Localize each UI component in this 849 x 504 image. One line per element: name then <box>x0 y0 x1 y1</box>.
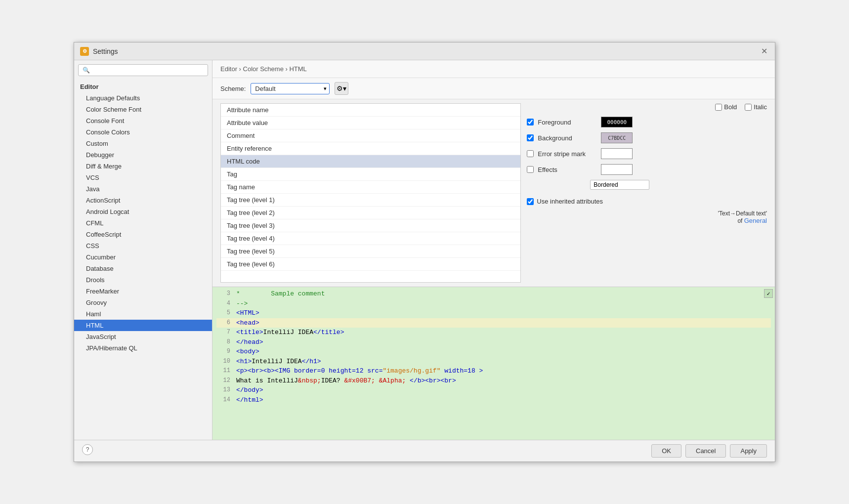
background-swatch[interactable]: C7BDCC <box>601 132 633 143</box>
foreground-row: Foreground 000000 <box>527 116 767 128</box>
foreground-checkbox[interactable] <box>527 119 534 126</box>
preview-collapse-button[interactable]: ✓ <box>764 289 773 298</box>
cancel-button[interactable]: Cancel <box>685 444 726 458</box>
code-line-7: 7 <title>IntelliJ IDEA</title> <box>216 328 771 337</box>
ok-button[interactable]: OK <box>651 444 681 458</box>
sidebar-item-console-font[interactable]: Console Font <box>74 115 212 126</box>
code-line-12: 12 What is IntelliJ&nbsp;IDEA? &#x00B7; … <box>216 376 771 386</box>
close-button[interactable]: ✕ <box>759 46 769 56</box>
token-html-code[interactable]: HTML code <box>221 155 520 168</box>
sidebar-item-html[interactable]: HTML <box>74 320 212 331</box>
title-bar: ⚙ Settings ✕ <box>74 42 775 60</box>
settings-dialog: ⚙ Settings ✕ Editor Language Defaults Co… <box>74 42 775 462</box>
text-info-line2: of <box>737 217 742 224</box>
code-line-3: 3 * Sample comment <box>216 289 771 299</box>
effects-label: Effects <box>538 166 597 173</box>
code-line-8: 8 </head> <box>216 337 771 347</box>
code-line-10: 10 <h1>IntelliJ IDEA</h1> <box>216 357 771 367</box>
sidebar-item-haml[interactable]: Haml <box>74 308 212 320</box>
code-line-5: 5 <HTML> <box>216 308 771 318</box>
italic-checkbox[interactable] <box>745 104 752 111</box>
background-checkbox[interactable] <box>527 134 534 141</box>
code-line-11: 11 <p><br><b><IMG border=0 height=12 src… <box>216 366 771 376</box>
dialog-footer: ? OK Cancel Apply <box>74 440 775 462</box>
gear-button[interactable]: ⚙▾ <box>335 82 348 95</box>
main-content: Editor › Color Scheme › HTML Scheme: Def… <box>212 60 775 440</box>
effects-checkbox[interactable] <box>527 166 534 173</box>
sidebar-item-language-defaults[interactable]: Language Defaults <box>74 92 212 104</box>
foreground-label: Foreground <box>538 119 597 126</box>
general-link[interactable]: General <box>744 217 767 224</box>
sidebar-item-custom[interactable]: Custom <box>74 138 212 149</box>
foreground-color-text: 000000 <box>607 119 627 126</box>
text-info-line1: 'Text→Default text' <box>718 210 767 217</box>
foreground-swatch[interactable]: 000000 <box>601 117 633 127</box>
sidebar-item-coffeescript[interactable]: CoffeeScript <box>74 229 212 240</box>
sidebar: Editor Language Defaults Color Scheme Fo… <box>74 60 212 440</box>
dialog-title: Settings <box>93 47 118 55</box>
sidebar-item-actionscript[interactable]: ActionScript <box>74 195 212 206</box>
effects-row: Effects <box>527 163 767 176</box>
title-bar-left: ⚙ Settings <box>80 47 118 56</box>
sidebar-root-label: Editor <box>74 80 212 92</box>
code-line-4: 4 --> <box>216 299 771 309</box>
settings-icon: ⚙ <box>80 47 89 56</box>
italic-label: Italic <box>754 103 767 111</box>
sidebar-item-drools[interactable]: Drools <box>74 274 212 286</box>
help-button[interactable]: ? <box>82 444 93 455</box>
code-line-14: 14 </html> <box>216 395 771 405</box>
sidebar-item-groovy[interactable]: Groovy <box>74 297 212 308</box>
sidebar-item-console-colors[interactable]: Console Colors <box>74 126 212 138</box>
token-tag-tree-3[interactable]: Tag tree (level 3) <box>221 219 520 232</box>
sidebar-item-vcs[interactable]: VCS <box>74 172 212 183</box>
sidebar-item-database[interactable]: Database <box>74 263 212 274</box>
properties-panel: Bold Italic Foreground 000000 <box>527 103 767 283</box>
inherited-checkbox[interactable] <box>527 198 534 205</box>
effects-swatch[interactable] <box>601 164 633 175</box>
text-info: 'Text→Default text' of General <box>527 210 767 224</box>
token-tag-tree-4[interactable]: Tag tree (level 4) <box>221 232 520 245</box>
token-entity-reference[interactable]: Entity reference <box>221 142 520 155</box>
inherited-label: Use inherited attributes <box>537 198 603 205</box>
sidebar-item-color-scheme-font[interactable]: Color Scheme Font <box>74 104 212 115</box>
error-stripe-swatch[interactable] <box>601 148 633 159</box>
token-tag[interactable]: Tag <box>221 168 520 181</box>
sidebar-item-freemarker[interactable]: FreeMarker <box>74 286 212 297</box>
sidebar-item-debugger[interactable]: Debugger <box>74 149 212 161</box>
token-list-panel: Attribute name Attribute value Comment E… <box>220 103 521 283</box>
scheme-select[interactable]: Default Darcula High contrast <box>251 83 330 94</box>
token-tag-tree-2[interactable]: Tag tree (level 2) <box>221 207 520 219</box>
editor-area: Attribute name Attribute value Comment E… <box>212 99 775 287</box>
token-tag-name[interactable]: Tag name <box>221 181 520 194</box>
sidebar-item-cucumber[interactable]: Cucumber <box>74 252 212 263</box>
bold-italic-row: Bold Italic <box>527 103 767 111</box>
token-comment[interactable]: Comment <box>221 129 520 142</box>
dialog-body: Editor Language Defaults Color Scheme Fo… <box>74 60 775 440</box>
sidebar-item-java[interactable]: Java <box>74 183 212 195</box>
token-attribute-name[interactable]: Attribute name <box>221 104 520 117</box>
code-line-9: 9 <body> <box>216 347 771 357</box>
error-stripe-checkbox[interactable] <box>527 150 534 157</box>
scheme-row: Scheme: Default Darcula High contrast ⚙▾ <box>212 78 775 99</box>
sidebar-item-javascript[interactable]: JavaScript <box>74 331 212 342</box>
token-attribute-value[interactable]: Attribute value <box>221 117 520 129</box>
sidebar-item-android-logcat[interactable]: Android Logcat <box>74 206 212 217</box>
error-stripe-label: Error stripe mark <box>538 150 597 158</box>
sidebar-item-diff-merge[interactable]: Diff & Merge <box>74 161 212 172</box>
italic-item: Italic <box>745 103 767 111</box>
sidebar-item-cfml[interactable]: CFML <box>74 217 212 229</box>
bold-label: Bold <box>724 103 737 111</box>
background-color-text: C7BDCC <box>608 135 626 141</box>
breadcrumb: Editor › Color Scheme › HTML <box>212 60 775 78</box>
token-tag-tree-1[interactable]: Tag tree (level 1) <box>221 194 520 207</box>
code-line-6: 6 <head> <box>216 318 771 328</box>
apply-button[interactable]: Apply <box>730 444 767 458</box>
search-input[interactable] <box>78 64 208 76</box>
sidebar-item-jpa[interactable]: JPA/Hibernate QL <box>74 342 212 354</box>
token-tag-tree-5[interactable]: Tag tree (level 5) <box>221 245 520 258</box>
background-row: Background C7BDCC <box>527 131 767 144</box>
bold-checkbox[interactable] <box>715 104 722 111</box>
sidebar-item-css[interactable]: CSS <box>74 240 212 252</box>
effects-dropdown[interactable]: Bordered Underscored Bold underscored <box>590 180 649 190</box>
token-tag-tree-6[interactable]: Tag tree (level 6) <box>221 258 520 271</box>
